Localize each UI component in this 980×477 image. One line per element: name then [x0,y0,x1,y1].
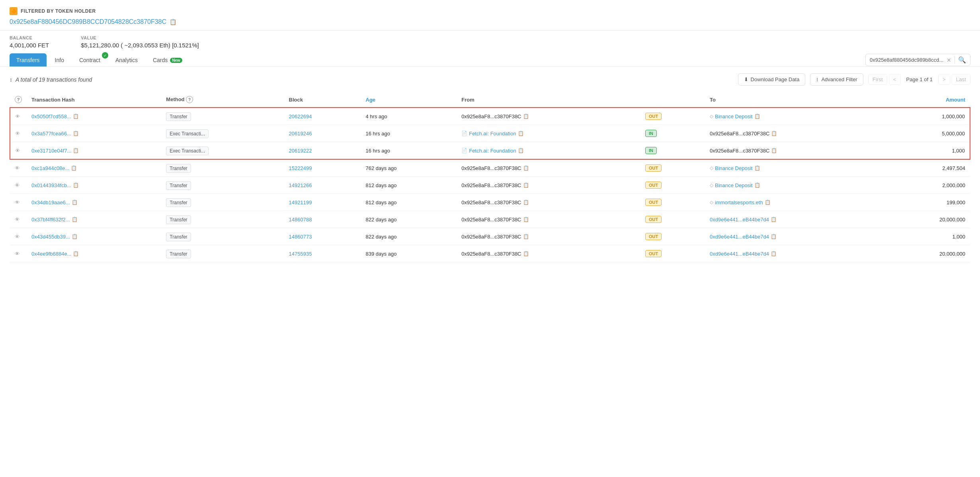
block-link[interactable]: 14755935 [289,251,312,257]
copy-tx-icon[interactable]: 📋 [73,131,79,136]
copy-to-icon[interactable]: 📋 [771,131,777,136]
last-page-button[interactable]: Last [952,74,970,85]
copy-from-icon[interactable]: 📋 [518,131,524,136]
amount-cell: 20,000,000 [886,211,970,228]
copy-from-icon[interactable]: 📋 [523,113,529,119]
direction-badge: OUT [645,199,662,206]
table-row: 👁0x34db19aae6...📋Transfer14921199812 day… [10,194,970,211]
copy-from-icon[interactable]: 📋 [523,234,529,239]
copy-tx-icon[interactable]: 📋 [72,234,78,239]
copy-tx-icon[interactable]: 📋 [73,113,79,119]
copy-from-icon[interactable]: 📋 [523,251,529,256]
eye-icon[interactable]: 👁 [15,217,20,223]
method-badge: Exec Transacti... [166,147,209,155]
tx-hash-link[interactable]: 0x43d455db39... [31,234,70,240]
copy-to-icon[interactable]: 📋 [754,182,760,188]
copy-to-icon[interactable]: 📋 [771,251,777,256]
from-address-link[interactable]: Fetch.ai: Foundation [469,131,516,137]
copy-from-icon[interactable]: 📋 [518,148,524,153]
contract-verified-icon: ✓ [102,52,108,59]
tab-contract[interactable]: Contract ✓ [72,53,107,66]
copy-to-icon[interactable]: 📋 [754,165,760,171]
col-info-icon[interactable]: ? [15,96,22,103]
copy-from-icon[interactable]: 📋 [523,199,529,205]
to-address-link[interactable]: 0xd9e6e441...eB44be7d4 [710,217,769,223]
col-from: From [457,92,638,108]
eye-icon[interactable]: 👁 [15,234,20,240]
copy-from-icon[interactable]: 📋 [523,182,529,188]
clear-search-icon[interactable]: ✕ [947,57,951,63]
to-address-link[interactable]: 0xd9e6e441...eB44be7d4 [710,234,769,240]
eye-icon[interactable]: 👁 [15,199,20,205]
copy-tx-icon[interactable]: 📋 [72,217,78,222]
copy-from-icon[interactable]: 📋 [523,217,529,222]
table-row: 👁0xe31710e04f7...📋Exec Transacti...20619… [10,142,970,160]
from-address: 0x925e8aF8...c3870F38C [461,217,521,223]
tab-transfers[interactable]: Transfers [10,53,47,66]
table-row: 👁0x01443934fcb...📋Transfer14921266812 da… [10,177,970,194]
search-icon[interactable]: 🔍 [955,56,966,64]
block-link[interactable]: 14921266 [289,182,312,188]
eye-icon[interactable]: 👁 [15,165,20,171]
eye-icon[interactable]: 👁 [15,131,20,137]
table-row: 👁0x3a577fcea66...📋Exec Transacti...20619… [10,125,970,142]
tx-hash-link[interactable]: 0x3a577fcea66... [31,131,71,137]
block-link[interactable]: 14860773 [289,234,312,240]
block-link[interactable]: 20619246 [289,131,312,137]
copy-to-icon[interactable]: 📋 [771,234,777,239]
eye-icon[interactable]: 👁 [15,148,20,154]
copy-tx-icon[interactable]: 📋 [73,251,79,256]
to-address-link[interactable]: immortalsesports.eth [715,199,763,205]
block-link[interactable]: 20622694 [289,113,312,119]
block-link[interactable]: 14921199 [289,199,312,205]
to-address-link[interactable]: Binance Deposit [715,165,753,171]
download-page-data-button[interactable]: ⬇ Download Page Data [738,73,806,86]
copy-tx-icon[interactable]: 📋 [72,199,78,205]
table-row: 👁0x43d455db39...📋Transfer14860773822 day… [10,228,970,245]
tx-hash-link[interactable]: 0xc1a944c08e... [31,165,69,171]
tx-hash-link[interactable]: 0x4ee9fb6884e... [31,251,71,257]
from-address-link[interactable]: Fetch.ai: Foundation [469,148,516,154]
tab-info[interactable]: Info [48,53,71,66]
first-page-button[interactable]: First [868,74,887,85]
block-link[interactable]: 15222499 [289,165,312,171]
to-address-link[interactable]: Binance Deposit [715,182,753,188]
token-address-link[interactable]: 0x925e8aF880456DC989B8CCD7054828Cc3870F3… [10,18,166,25]
prev-page-button[interactable]: < [889,74,901,85]
method-info-icon[interactable]: ? [186,96,193,103]
to-address-link[interactable]: Binance Deposit [715,113,753,119]
copy-to-icon[interactable]: 📋 [754,113,760,119]
tab-cards[interactable]: Cards New [146,53,189,66]
to-diamond-icon: ◇ [710,165,713,171]
copy-to-icon[interactable]: 📋 [771,217,777,222]
tx-hash-link[interactable]: 0x37bf4ff632f2... [31,217,70,223]
copy-to-icon[interactable]: 📋 [771,148,777,153]
balance-value: 4,001,000 FET [10,42,49,49]
tx-hash-link[interactable]: 0xe31710e04f7... [31,148,71,154]
eye-icon[interactable]: 👁 [15,182,20,188]
eye-icon[interactable]: 👁 [15,113,20,119]
tx-hash-link[interactable]: 0x34db19aae6... [31,199,70,205]
copy-tx-icon[interactable]: 📋 [71,165,77,171]
copy-to-icon[interactable]: 📋 [765,199,771,205]
block-link[interactable]: 20619222 [289,148,312,154]
amount-cell: 199,000 [886,194,970,211]
eye-icon[interactable]: 👁 [15,251,20,257]
col-block: Block [284,92,361,108]
copy-tx-icon[interactable]: 📋 [73,182,79,188]
tx-hash-link[interactable]: 0x5050f7cd558... [31,113,71,119]
col-direction [638,92,705,108]
to-address-link[interactable]: 0xd9e6e441...eB44be7d4 [710,251,769,257]
advanced-filter-button[interactable]: ⫶ Advanced Filter [810,73,863,86]
tx-hash-link[interactable]: 0x01443934fcb... [31,182,71,188]
copy-address-icon[interactable]: 📋 [170,19,176,25]
tab-analytics[interactable]: Analytics [109,53,144,66]
block-link[interactable]: 14860788 [289,217,312,223]
table-row: 👁0xc1a944c08e...📋Transfer15222499762 day… [10,159,970,177]
direction-badge: OUT [645,233,662,240]
download-icon: ⬇ [744,76,748,82]
copy-tx-icon[interactable]: 📋 [73,148,79,153]
copy-from-icon[interactable]: 📋 [523,165,529,171]
table-row: 👁0x4ee9fb6884e...📋Transfer14755935839 da… [10,245,970,262]
next-page-button[interactable]: > [938,74,950,85]
